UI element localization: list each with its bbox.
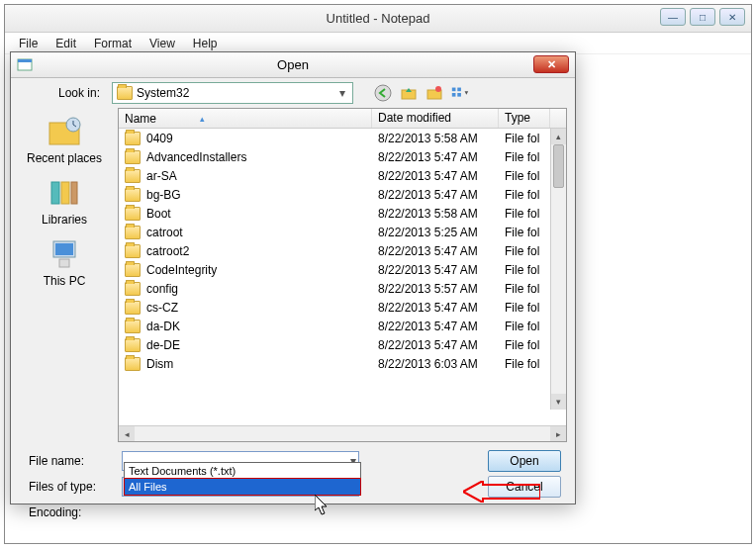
table-row[interactable]: da-DK8/22/2013 5:47 AMFile fol xyxy=(119,317,566,335)
svg-rect-6 xyxy=(452,88,456,92)
svg-rect-7 xyxy=(452,93,456,97)
row-date: 8/22/2013 5:57 AM xyxy=(372,282,499,296)
row-type: File fol xyxy=(499,226,550,239)
place-thispc[interactable]: This PC xyxy=(20,236,109,288)
dialog-close-button[interactable]: ✕ xyxy=(533,55,569,73)
table-row[interactable]: config8/22/2013 5:57 AMFile fol xyxy=(119,279,566,298)
filetype-dropdown[interactable]: Text Documents (*.txt) All Files xyxy=(124,462,361,496)
table-row[interactable]: catroot8/22/2013 5:25 AMFile fol xyxy=(119,223,566,241)
row-type: File fol xyxy=(499,244,550,258)
table-row[interactable]: Dism8/22/2013 6:03 AMFile fol xyxy=(119,354,566,373)
svg-rect-8 xyxy=(457,88,461,92)
svg-rect-17 xyxy=(59,259,69,267)
row-date: 8/22/2013 5:47 AM xyxy=(372,150,499,164)
lookin-label: Look in: xyxy=(19,86,106,100)
row-name: catroot xyxy=(146,226,183,239)
row-name: config xyxy=(146,282,178,296)
svg-rect-13 xyxy=(61,182,69,204)
place-recent-label: Recent places xyxy=(27,151,102,165)
row-type: File fol xyxy=(499,282,550,296)
folder-icon xyxy=(125,169,141,183)
scroll-up-icon[interactable]: ▴ xyxy=(551,129,566,144)
col-date-header[interactable]: Date modified xyxy=(372,109,499,128)
row-type: File fol xyxy=(499,338,550,352)
filetype-option-all[interactable]: All Files xyxy=(124,478,361,496)
folder-icon xyxy=(125,207,141,221)
table-row[interactable]: catroot28/22/2013 5:47 AMFile fol xyxy=(119,241,566,260)
folder-icon xyxy=(125,188,141,202)
col-scroll-spacer xyxy=(550,109,566,128)
horizontal-scrollbar[interactable]: ◂ ▸ xyxy=(119,425,566,441)
filetype-option-txt[interactable]: Text Documents (*.txt) xyxy=(125,463,360,479)
dialog-titlebar[interactable]: Open ✕ xyxy=(11,52,575,78)
window-controls: — □ ✕ xyxy=(660,8,745,26)
folder-icon xyxy=(125,301,141,315)
notepad-titlebar[interactable]: Untitled - Notepad — □ ✕ xyxy=(5,5,751,33)
scroll-down-icon[interactable]: ▾ xyxy=(551,394,566,410)
row-name: 0409 xyxy=(146,132,173,145)
scroll-left-icon[interactable]: ◂ xyxy=(119,426,135,441)
menu-view[interactable]: View xyxy=(142,35,183,51)
svg-point-2 xyxy=(375,85,391,101)
row-type: File fol xyxy=(499,132,550,145)
row-type: File fol xyxy=(499,169,550,183)
row-date: 8/22/2013 5:47 AM xyxy=(372,263,499,277)
table-row[interactable]: bg-BG8/22/2013 5:47 AMFile fol xyxy=(119,185,566,204)
new-folder-icon[interactable] xyxy=(425,83,444,103)
folder-icon xyxy=(125,338,141,352)
list-body[interactable]: ▴ ▾ 04098/22/2013 5:58 AMFile folAdvance… xyxy=(119,129,566,425)
row-name: cs-CZ xyxy=(146,301,178,315)
minimize-button[interactable]: — xyxy=(660,8,686,26)
svg-rect-12 xyxy=(51,182,59,204)
table-row[interactable]: cs-CZ8/22/2013 5:47 AMFile fol xyxy=(119,298,566,317)
row-type: File fol xyxy=(499,188,550,202)
row-name: da-DK xyxy=(146,320,180,333)
encoding-label: Encoding: xyxy=(19,505,114,519)
dialog-title: Open xyxy=(277,57,309,72)
place-libraries[interactable]: Libraries xyxy=(20,175,109,227)
menu-file[interactable]: File xyxy=(11,35,46,51)
back-icon[interactable] xyxy=(373,83,393,103)
col-name-header[interactable]: Name▴ xyxy=(119,109,372,128)
table-row[interactable]: AdvancedInstallers8/22/2013 5:47 AMFile … xyxy=(119,147,566,166)
place-recent[interactable]: Recent places xyxy=(20,114,109,165)
row-name: AdvancedInstallers xyxy=(146,150,246,164)
open-button[interactable]: Open xyxy=(488,450,561,472)
up-folder-icon[interactable] xyxy=(399,83,419,103)
row-date: 8/22/2013 5:58 AM xyxy=(372,207,499,221)
folder-icon xyxy=(125,150,141,164)
menu-help[interactable]: Help xyxy=(185,35,226,51)
col-type-header[interactable]: Type xyxy=(499,109,550,128)
recent-places-icon xyxy=(45,114,84,149)
scroll-thumb[interactable] xyxy=(553,144,564,188)
table-row[interactable]: CodeIntegrity8/22/2013 5:47 AMFile fol xyxy=(119,260,566,279)
row-name: ar-SA xyxy=(146,169,177,183)
menu-edit[interactable]: Edit xyxy=(47,35,84,51)
view-menu-icon[interactable] xyxy=(450,83,470,103)
thispc-icon xyxy=(45,236,84,272)
folder-icon xyxy=(125,132,141,145)
row-type: File fol xyxy=(499,263,550,277)
maximize-button[interactable]: □ xyxy=(690,8,715,26)
filename-label: File name: xyxy=(19,454,114,468)
row-date: 8/22/2013 5:58 AM xyxy=(372,132,499,145)
libraries-icon xyxy=(45,175,84,211)
row-date: 8/22/2013 5:47 AM xyxy=(372,188,499,202)
row-name: de-DE xyxy=(146,338,180,352)
table-row[interactable]: Boot8/22/2013 5:58 AMFile fol xyxy=(119,204,566,223)
scroll-right-icon[interactable]: ▸ xyxy=(550,426,566,441)
dialog-toolbar xyxy=(373,83,470,103)
table-row[interactable]: 04098/22/2013 5:58 AMFile fol xyxy=(119,129,566,147)
table-row[interactable]: ar-SA8/22/2013 5:47 AMFile fol xyxy=(119,166,566,185)
list-header[interactable]: Name▴ Date modified Type xyxy=(119,109,566,129)
row-date: 8/22/2013 5:47 AM xyxy=(372,320,499,333)
vertical-scrollbar[interactable]: ▴ ▾ xyxy=(550,129,566,410)
lookin-combo[interactable]: System32 ▾ xyxy=(112,82,353,104)
menu-format[interactable]: Format xyxy=(86,35,140,51)
row-date: 8/22/2013 5:47 AM xyxy=(372,301,499,315)
place-thispc-label: This PC xyxy=(44,274,86,288)
table-row[interactable]: de-DE8/22/2013 5:47 AMFile fol xyxy=(119,335,566,354)
close-button[interactable]: ✕ xyxy=(719,8,745,26)
row-date: 8/22/2013 5:47 AM xyxy=(372,169,499,183)
dialog-main: Recent places Libraries This PC Name▴ Da… xyxy=(11,108,575,442)
